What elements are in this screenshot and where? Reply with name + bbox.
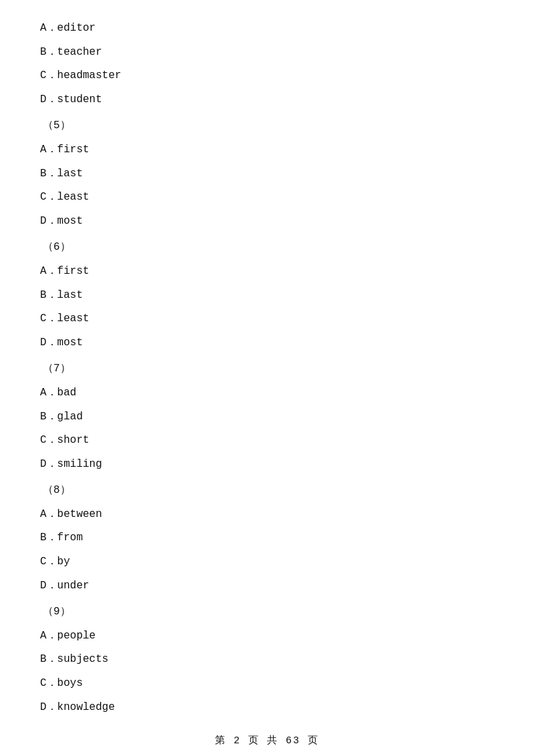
option-line: C．by	[40, 554, 494, 571]
option-line: A．between	[40, 506, 494, 524]
option-line: D．smiling	[40, 456, 494, 474]
option-line: C．short	[40, 432, 494, 449]
option-line: A．first	[40, 142, 494, 159]
option-line: A．first	[40, 263, 494, 280]
option-line: B．last	[40, 287, 494, 305]
option-line: C．boys	[40, 675, 494, 693]
option-line: D．most	[40, 213, 494, 230]
option-line: B．from	[40, 530, 494, 547]
option-line: D．knowledge	[40, 699, 494, 717]
question-number-4: （8）	[40, 482, 494, 500]
option-line: B．teacher	[40, 44, 494, 61]
option-line: A．editor	[40, 20, 494, 37]
option-line: B．last	[40, 166, 494, 183]
question-number-5: （9）	[40, 604, 494, 621]
option-line: D．student	[40, 91, 494, 109]
option-line: C．headmaster	[40, 67, 494, 85]
option-line: D．under	[40, 578, 494, 595]
option-line: A．people	[40, 628, 494, 645]
question-number-3: （7）	[40, 361, 494, 378]
main-content: A．editorB．teacherC．headmasterD．student（5…	[0, 0, 534, 756]
option-line: D．most	[40, 335, 494, 352]
question-number-2: （6）	[40, 239, 494, 256]
page-footer: 第 2 页 共 63 页	[0, 734, 534, 747]
option-line: C．least	[40, 189, 494, 206]
option-line: B．subjects	[40, 651, 494, 669]
option-line: C．least	[40, 311, 494, 328]
option-line: A．bad	[40, 385, 494, 402]
question-number-1: （5）	[40, 118, 494, 135]
option-line: B．glad	[40, 409, 494, 426]
